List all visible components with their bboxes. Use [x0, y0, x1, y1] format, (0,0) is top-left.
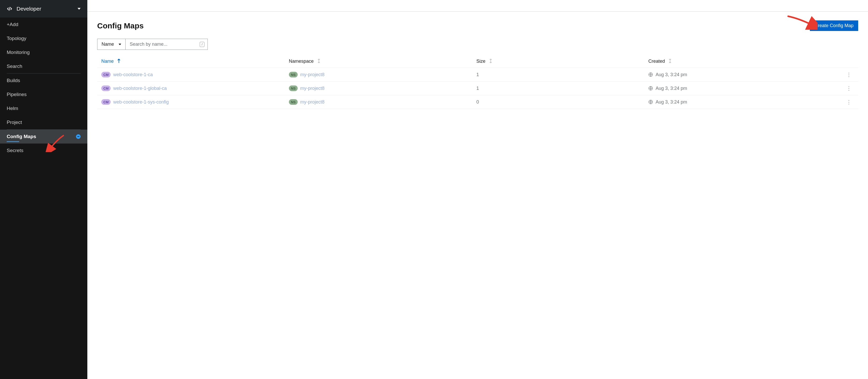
- globe-icon: [648, 86, 653, 91]
- sort-icon: [317, 59, 320, 64]
- page-header: Config Maps Create Config Map: [97, 21, 858, 31]
- filter-bar: Name /: [97, 39, 858, 50]
- sidebar-item-label: Monitoring: [7, 49, 30, 55]
- sidebar-item-topology[interactable]: Topology: [0, 32, 87, 45]
- page-title: Config Maps: [97, 22, 144, 30]
- cell-namespace: NSmy-project8: [289, 99, 476, 105]
- sidebar-item-search[interactable]: Search: [0, 59, 87, 73]
- table-row: CMweb-coolstore-1-global-caNSmy-project8…: [97, 81, 858, 95]
- sidebar-group: Config MapsSecrets: [0, 130, 87, 158]
- configmap-link[interactable]: web-coolstore-1-global-ca: [113, 86, 167, 91]
- main-content: Config Maps Create Config Map Name / Nam…: [87, 0, 868, 379]
- row-actions-kebab[interactable]: ⋮: [844, 71, 854, 78]
- configmap-link[interactable]: web-coolstore-1-ca: [113, 72, 153, 77]
- cell-name: CMweb-coolstore-1-ca: [101, 72, 289, 77]
- globe-icon: [648, 72, 653, 77]
- perspective-label: Developer: [17, 6, 41, 12]
- caret-down-icon: [119, 43, 121, 45]
- sidebar-item-configmaps[interactable]: Config Maps: [0, 130, 87, 143]
- column-header-size-label: Size: [476, 59, 486, 64]
- namespace-link[interactable]: my-project8: [300, 99, 324, 105]
- column-header-name[interactable]: Name: [101, 59, 289, 64]
- sidebar-item-label: Secrets: [7, 148, 23, 153]
- sidebar-item-secrets[interactable]: Secrets: [0, 143, 87, 158]
- column-header-created-label: Created: [648, 59, 665, 64]
- row-actions-kebab[interactable]: ⋮: [844, 85, 854, 92]
- sidebar-item-label: Project: [7, 119, 22, 125]
- created-timestamp: Aug 3, 3:24 pm: [656, 99, 687, 105]
- sidebar-group: +AddTopologyMonitoringSearch: [0, 18, 87, 73]
- sidebar-item-label: Topology: [7, 36, 26, 41]
- search-input[interactable]: [130, 41, 200, 47]
- column-header-size[interactable]: Size: [476, 59, 648, 64]
- keyboard-shortcut-hint: /: [200, 42, 205, 47]
- globe-icon: [648, 100, 653, 104]
- cell-name: CMweb-coolstore-1-global-ca: [101, 85, 289, 91]
- row-actions-kebab[interactable]: ⋮: [844, 99, 854, 105]
- sidebar-groups: +AddTopologyMonitoringSearchBuildsPipeli…: [0, 18, 87, 158]
- active-underline: [7, 141, 19, 142]
- sidebar-item-add[interactable]: +Add: [0, 18, 87, 32]
- filter-input-container: /: [126, 39, 208, 50]
- sidebar-item-label: Pipelines: [7, 92, 27, 97]
- cell-name: CMweb-coolstore-1-sys-config: [101, 99, 289, 105]
- sort-asc-icon: [117, 59, 120, 64]
- cell-namespace: NSmy-project8: [289, 85, 476, 91]
- sidebar-item-label: Config Maps: [7, 134, 36, 139]
- cell-created: Aug 3, 3:24 pm: [648, 72, 844, 77]
- sidebar-group: BuildsPipelinesHelmProject: [0, 74, 87, 129]
- sidebar-nav: Developer +AddTopologyMonitoringSearchBu…: [0, 0, 87, 379]
- namespace-badge: NS: [289, 72, 298, 77]
- topbar-divider: [87, 0, 868, 12]
- table-header-row: Name Namespace Size: [97, 55, 858, 68]
- caret-down-icon: [78, 7, 81, 10]
- namespace-link[interactable]: my-project8: [300, 72, 324, 77]
- sidebar-item-label: Helm: [7, 106, 18, 111]
- namespace-badge: NS: [289, 85, 298, 91]
- created-timestamp: Aug 3, 3:24 pm: [656, 72, 687, 77]
- sidebar-item-label: Search: [7, 64, 22, 69]
- cell-namespace: NSmy-project8: [289, 72, 476, 77]
- configmap-badge: CM: [101, 99, 111, 105]
- configmap-link[interactable]: web-coolstore-1-sys-config: [113, 99, 169, 105]
- cell-size: 1: [476, 72, 648, 77]
- configmap-badge: CM: [101, 85, 111, 91]
- cell-size: 1: [476, 86, 648, 91]
- minus-icon: [76, 134, 81, 139]
- column-header-namespace-label: Namespace: [289, 59, 314, 64]
- create-config-map-button[interactable]: Create Config Map: [810, 21, 858, 31]
- cell-created: Aug 3, 3:24 pm: [648, 86, 844, 91]
- svg-line-0: [9, 7, 10, 10]
- cell-created: Aug 3, 3:24 pm: [648, 99, 844, 105]
- cell-size: 0: [476, 99, 648, 105]
- sort-icon: [669, 59, 672, 64]
- sidebar-item-builds[interactable]: Builds: [0, 74, 87, 88]
- sidebar-item-label: Builds: [7, 78, 20, 83]
- configmap-badge: CM: [101, 72, 111, 77]
- sidebar-item-pipelines[interactable]: Pipelines: [0, 88, 87, 101]
- table-row: CMweb-coolstore-1-caNSmy-project81Aug 3,…: [97, 68, 858, 81]
- column-header-name-label: Name: [101, 59, 114, 64]
- config-maps-table: Name Namespace Size: [97, 55, 858, 109]
- perspective-switcher[interactable]: Developer: [0, 0, 87, 18]
- sidebar-item-helm[interactable]: Helm: [0, 101, 87, 115]
- namespace-badge: NS: [289, 99, 298, 105]
- sidebar-item-label: +Add: [7, 22, 18, 27]
- column-header-namespace[interactable]: Namespace: [289, 59, 476, 64]
- filter-type-select[interactable]: Name: [97, 39, 126, 50]
- created-timestamp: Aug 3, 3:24 pm: [656, 86, 687, 91]
- table-row: CMweb-coolstore-1-sys-configNSmy-project…: [97, 95, 858, 109]
- namespace-link[interactable]: my-project8: [300, 86, 324, 91]
- sort-icon: [489, 59, 492, 64]
- sidebar-item-monitoring[interactable]: Monitoring: [0, 45, 87, 59]
- code-icon: [7, 6, 12, 12]
- sidebar-item-project[interactable]: Project: [0, 115, 87, 129]
- column-header-created[interactable]: Created: [648, 59, 844, 64]
- filter-type-label: Name: [101, 41, 114, 47]
